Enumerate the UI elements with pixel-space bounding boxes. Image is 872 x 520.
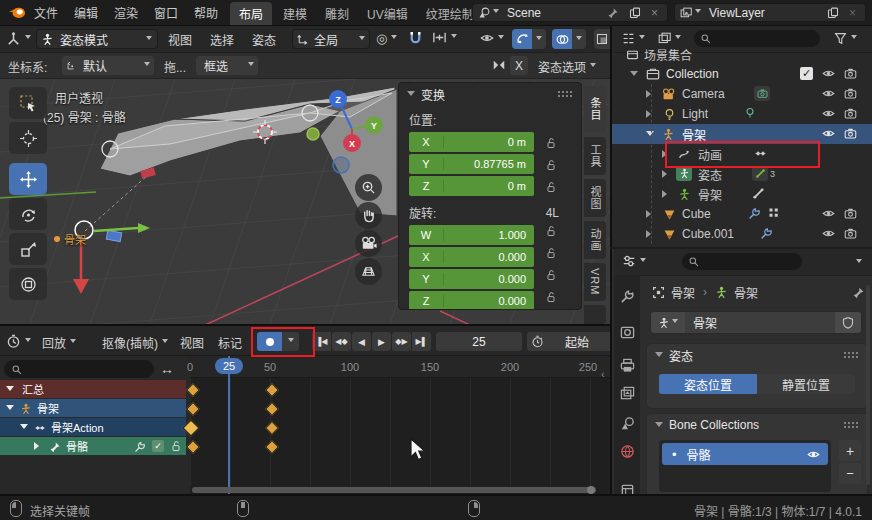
lock-icon[interactable] xyxy=(545,289,557,303)
tab-world[interactable] xyxy=(615,438,639,464)
workspace-tab-sculpt[interactable]: 雕刻 xyxy=(318,2,356,25)
menu-view-timeline[interactable]: 视图 xyxy=(180,334,204,351)
modifier-wrench-icon[interactable] xyxy=(748,207,761,220)
outliner-row-collection[interactable]: Collection ✓ xyxy=(612,64,872,84)
new-scene-icon[interactable] xyxy=(629,7,641,19)
wrench-icon[interactable] xyxy=(134,439,146,452)
channel-summary[interactable]: 汇总 xyxy=(0,380,186,398)
tool-transform[interactable] xyxy=(9,268,47,300)
scene-selector[interactable]: Scene × xyxy=(472,3,668,22)
properties-scrollbar[interactable] xyxy=(866,285,870,485)
eye-icon[interactable] xyxy=(822,127,835,140)
menu-edit[interactable]: 编辑 xyxy=(74,4,98,21)
checkbox-icon[interactable]: ✓ xyxy=(152,440,164,452)
workspace-tab-modeling[interactable]: 建模 xyxy=(276,2,314,25)
snap-magnet-icon[interactable] xyxy=(408,30,423,48)
orientation-dropdown[interactable]: 全局 xyxy=(292,29,370,49)
panel-grip[interactable] xyxy=(843,421,859,429)
playhead-line[interactable] xyxy=(228,356,230,494)
region-collapse-icon[interactable]: ‹ xyxy=(601,368,605,380)
sidebar-tab-item[interactable]: 条目 xyxy=(584,86,606,132)
pose-position-button[interactable]: 姿态位置 xyxy=(659,374,757,394)
location-z-field[interactable]: Z0 m xyxy=(409,176,534,196)
visibility-dropdown[interactable] xyxy=(480,31,504,45)
next-keyframe-button[interactable]: ◆▶ xyxy=(392,332,411,351)
prev-keyframe-button[interactable]: ◀◆ xyxy=(332,332,351,351)
blender-logo-icon[interactable] xyxy=(8,4,26,23)
menu-playback[interactable]: 回放 xyxy=(42,334,76,351)
eye-icon[interactable] xyxy=(822,207,835,220)
sidebar-tab-partial[interactable] xyxy=(584,305,606,324)
panel-collapse-icon[interactable] xyxy=(407,91,415,100)
camera-view-button[interactable] xyxy=(355,230,382,257)
filter-toggle-icon[interactable]: ↔ xyxy=(160,361,174,377)
tool-cursor[interactable] xyxy=(9,122,47,154)
mirror-x-toggle[interactable]: X xyxy=(510,56,528,75)
eye-icon[interactable] xyxy=(822,87,835,100)
playhead-frame-badge[interactable]: 25 xyxy=(215,358,243,374)
tool-select-box[interactable] xyxy=(9,87,47,119)
eye-icon[interactable] xyxy=(822,107,835,120)
sidebar-tab-view[interactable]: 视图 xyxy=(584,179,606,217)
eye-icon[interactable] xyxy=(807,447,820,461)
rotation-x-field[interactable]: X0.000 xyxy=(409,247,534,267)
panel-collapse-icon[interactable] xyxy=(655,422,663,431)
channel-armature[interactable]: 骨架 xyxy=(0,399,186,417)
snap-target-button[interactable] xyxy=(432,30,457,45)
tab-scene[interactable] xyxy=(615,410,639,436)
menu-render[interactable]: 渲染 xyxy=(114,4,138,21)
menu-markers[interactable]: 标记 xyxy=(218,334,242,351)
lock-icon[interactable] xyxy=(545,245,557,259)
tool-scale[interactable] xyxy=(9,233,47,265)
perspective-toggle-button[interactable] xyxy=(355,258,382,285)
keyframe-diamond[interactable] xyxy=(265,383,279,397)
jump-to-start-button[interactable]: ▐◀ xyxy=(312,332,331,351)
overlays-toggle[interactable] xyxy=(552,29,586,49)
camera-restrict-icon[interactable] xyxy=(844,87,857,100)
panel-grip[interactable] xyxy=(557,90,573,98)
channel-bone[interactable]: 骨骼 ✓ xyxy=(0,437,186,455)
tab-object[interactable] xyxy=(615,477,639,494)
add-collection-button[interactable]: + xyxy=(839,440,861,461)
properties-options-caret[interactable] xyxy=(856,259,862,266)
rotation-y-field[interactable]: Y0.000 xyxy=(409,269,534,289)
start-frame-field[interactable]: 起始 xyxy=(527,332,610,351)
properties-editor-type-button[interactable] xyxy=(622,254,646,268)
rotation-z-field[interactable]: Z0.000 xyxy=(409,291,534,310)
tool-rotate[interactable] xyxy=(9,198,47,230)
armature-id-field[interactable]: 骨架 xyxy=(650,311,862,334)
lock-open-icon[interactable] xyxy=(170,439,182,452)
auto-key-record-button[interactable] xyxy=(257,332,299,351)
pan-hand-button[interactable] xyxy=(355,202,382,229)
unlink-scene-icon[interactable]: × xyxy=(651,6,658,20)
light-data-icon[interactable] xyxy=(744,107,756,119)
xray-toggle[interactable] xyxy=(594,29,610,49)
timeline-ruler[interactable] xyxy=(190,356,610,378)
panel-grip[interactable] xyxy=(843,351,859,359)
rotation-w-field[interactable]: W1.000 xyxy=(409,225,534,245)
menu-pose[interactable]: 姿态 xyxy=(252,31,276,48)
keyframe-diamond[interactable] xyxy=(265,421,279,435)
gizmos-toggle[interactable] xyxy=(512,29,546,49)
pivot-point-button[interactable]: ◎ xyxy=(376,31,397,46)
rest-position-button[interactable]: 静置位置 xyxy=(757,374,855,394)
pose-options-dropdown[interactable]: 姿态选项 xyxy=(538,58,596,75)
workspace-tab-layout[interactable]: 布局 xyxy=(230,2,272,25)
breadcrumb-object[interactable]: 骨架 xyxy=(671,284,695,301)
eye-icon[interactable] xyxy=(822,67,835,80)
menu-select[interactable]: 选择 xyxy=(210,31,234,48)
auto-key-options-caret[interactable] xyxy=(282,332,299,351)
pin-id-icon[interactable] xyxy=(852,285,865,299)
viewlayer-selector[interactable]: ViewLayer × xyxy=(674,3,866,22)
timeline-editor-type-button[interactable] xyxy=(6,334,31,349)
tab-output[interactable] xyxy=(615,352,639,378)
mode-dropdown[interactable]: 姿态模式 xyxy=(36,29,158,49)
remove-collection-button[interactable]: − xyxy=(839,463,861,484)
tool-move[interactable] xyxy=(9,163,47,195)
bone-collection-row[interactable]: • 骨骼 xyxy=(662,443,828,465)
pin-icon[interactable] xyxy=(607,7,619,19)
orientation-default-dropdown[interactable]: 默认 xyxy=(62,56,154,75)
camera-restrict-icon[interactable] xyxy=(844,127,857,140)
lock-icon[interactable] xyxy=(545,179,557,193)
lock-icon[interactable] xyxy=(545,267,557,281)
